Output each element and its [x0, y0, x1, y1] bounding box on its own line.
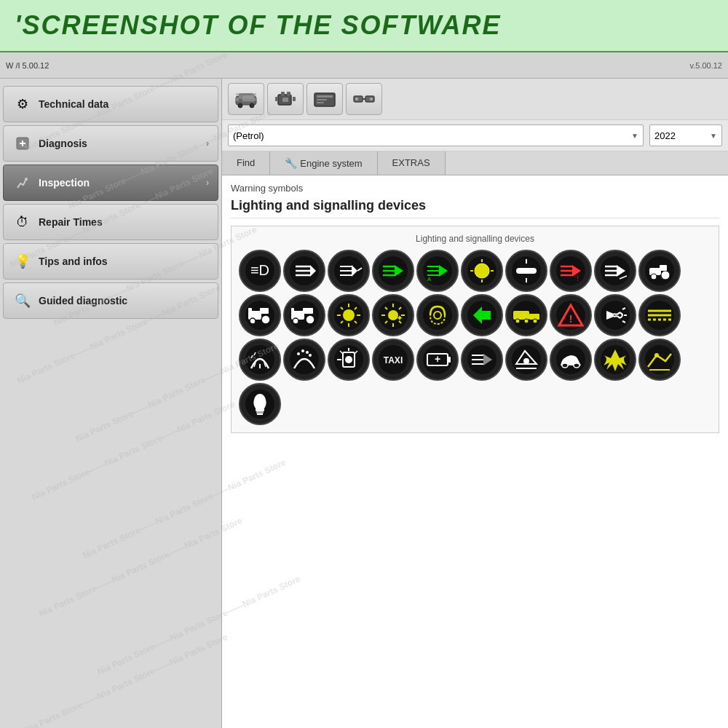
sidebar-item-diagnosis[interactable]: Diagnosis ›: [3, 125, 218, 162]
svg-point-111: [423, 301, 452, 330]
icon-wiper-water[interactable]: [239, 339, 281, 381]
icon-hill-light[interactable]: [638, 339, 681, 381]
vehicle-model-dropdown[interactable]: (Petrol) ▼: [228, 124, 644, 146]
sidebar-item-repair-times[interactable]: ⏱ Repair Times: [3, 204, 218, 240]
svg-point-81: [261, 315, 270, 324]
icon-battery-light[interactable]: +: [416, 339, 459, 381]
svg-rect-20: [317, 99, 327, 100]
connector-icon: [352, 89, 376, 109]
svg-rect-82: [260, 308, 269, 314]
engine-icon: [274, 89, 297, 109]
svg-point-142: [309, 354, 312, 357]
icon-truck[interactable]: [505, 294, 547, 336]
icon-headlight-auto[interactable]: A: [416, 250, 459, 292]
svg-point-25: [355, 98, 358, 100]
icon-wiper-spray[interactable]: [283, 339, 325, 381]
svg-point-87: [306, 315, 314, 324]
icon-light-sensor[interactable]: [328, 339, 370, 381]
icon-tractor[interactable]: [638, 250, 681, 292]
icon-shoe-brake[interactable]: [550, 339, 592, 381]
engine-tab-icon: 🔧: [285, 157, 297, 169]
icon-horn[interactable]: [594, 294, 636, 336]
tips-icon: 💡: [12, 251, 33, 272]
svg-rect-89: [291, 308, 294, 312]
svg-text:✦: ✦: [396, 313, 403, 323]
icon-tractor2[interactable]: [239, 294, 281, 336]
toolbar-btn-board[interactable]: [306, 83, 343, 115]
svg-rect-174: [256, 411, 264, 414]
icon-sun-flash[interactable]: ✦: [372, 294, 414, 336]
toolbar-btn-car[interactable]: [228, 83, 264, 115]
svg-point-7: [250, 103, 254, 108]
sidebar-label-tips: Tips and infos: [39, 256, 209, 267]
svg-text:A: A: [427, 276, 432, 282]
svg-rect-9: [236, 98, 239, 101]
icon-headlight-low[interactable]: ≡D: [239, 250, 281, 292]
svg-rect-19: [317, 95, 333, 98]
svg-rect-77: [660, 265, 667, 271]
tab-extras[interactable]: EXTRAS: [378, 151, 446, 175]
icon-light-strip[interactable]: [638, 294, 681, 336]
svg-point-52: [475, 264, 489, 278]
icon-fog-front[interactable]: [594, 250, 636, 292]
icon-headlight-dim[interactable]: [461, 339, 503, 381]
icon-bulb[interactable]: [239, 383, 281, 425]
toolbar-btn-connector[interactable]: [346, 83, 382, 115]
inspection-svg-icon: [15, 175, 31, 191]
tab-engine-system[interactable]: 🔧 Engine system: [270, 151, 377, 175]
svg-text:TAXI: TAXI: [384, 355, 403, 365]
svg-point-76: [661, 271, 670, 280]
svg-point-119: [524, 319, 529, 323]
diagnosis-arrow-icon: ›: [206, 138, 209, 149]
tab-find[interactable]: Find: [222, 151, 270, 175]
svg-point-166: [562, 363, 568, 368]
toolbar-btn-engine[interactable]: [267, 83, 304, 115]
vehicle-year-dropdown[interactable]: 2022 ▼: [649, 124, 722, 146]
diagnosis-svg-icon: [15, 135, 31, 151]
warning-symbols-label: Warning symbols: [231, 183, 719, 194]
guided-diagnostic-icon: 🔍: [12, 290, 33, 311]
icon-light-star[interactable]: [594, 339, 636, 381]
svg-point-149: [345, 356, 352, 363]
main-panel: (Petrol) ▼ 2022 ▼ Find 🔧 Engine system: [222, 79, 728, 728]
sidebar-label-technical-data: Technical data: [39, 98, 209, 110]
svg-rect-88: [303, 308, 313, 314]
svg-point-140: [301, 349, 304, 352]
icon-turn-signal[interactable]: [461, 294, 503, 336]
svg-text:+: +: [435, 353, 440, 365]
icon-light-yellow[interactable]: [461, 250, 503, 292]
tabs-row: Find 🔧 Engine system EXTRAS: [222, 151, 728, 175]
icon-grid: ≡D: [239, 250, 711, 425]
banner-title: 'Screenshot of the Software: [15, 10, 502, 41]
icon-light-bar[interactable]: [505, 250, 547, 292]
icon-taxi[interactable]: TAXI: [372, 339, 414, 381]
window-title: W /I 5.00.12: [6, 61, 49, 70]
tab-find-label: Find: [237, 157, 255, 168]
sidebar-item-technical-data[interactable]: ⚙ Technical data: [3, 86, 218, 122]
inspection-icon: [12, 173, 33, 193]
icon-tractor3[interactable]: [283, 294, 325, 336]
svg-point-3: [25, 178, 28, 181]
svg-point-170: [654, 353, 659, 357]
car-group-icon: [234, 89, 258, 109]
icon-triangle-warning[interactable]: !: [550, 294, 592, 336]
icon-headlight-green[interactable]: [372, 250, 414, 292]
tab-engine-label: Engine system: [300, 158, 362, 169]
sidebar-item-tips[interactable]: 💡 Tips and infos: [3, 243, 218, 280]
icon-grid-title: Lighting and signalling devices: [239, 234, 711, 244]
icon-road-light[interactable]: [505, 339, 547, 381]
sidebar: ⚙ Technical data Diagnosis ›: [0, 79, 222, 728]
svg-rect-11: [242, 95, 255, 102]
icon-light-warning[interactable]: !: [550, 250, 592, 292]
icon-headlight-high[interactable]: [283, 250, 325, 292]
icon-toolbar: [222, 79, 728, 120]
svg-text:!: !: [569, 313, 573, 325]
svg-point-75: [651, 274, 657, 280]
sidebar-item-guided-diagnostic[interactable]: 🔍 Guided diagnostic: [3, 282, 218, 319]
icon-sun[interactable]: [328, 294, 370, 336]
sidebar-item-inspection[interactable]: Inspection ›: [3, 165, 218, 201]
icon-rotate[interactable]: [416, 294, 459, 336]
svg-point-80: [250, 318, 256, 324]
app-area: W /I 5.00.12 v.5.00.12 ⚙ Technical data: [0, 52, 728, 728]
icon-headlight-bend[interactable]: [328, 250, 370, 292]
